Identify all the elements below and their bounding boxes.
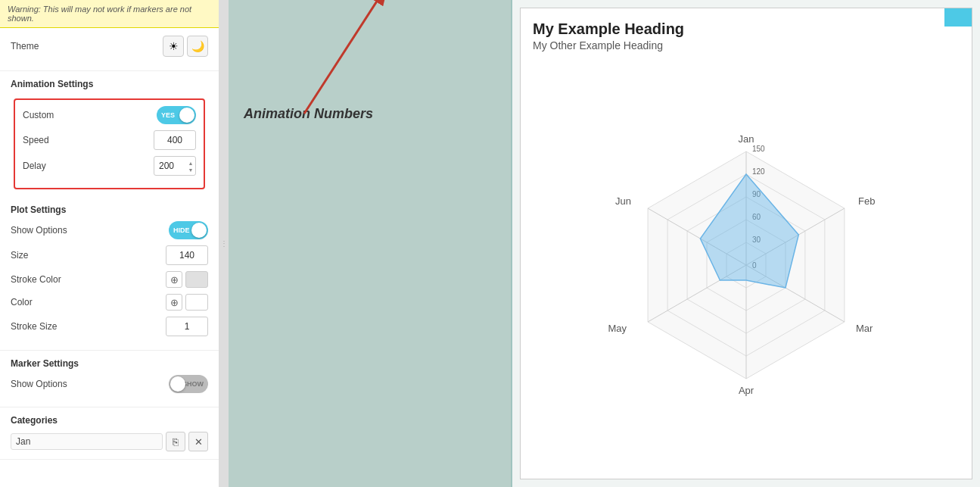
spinner-down[interactable]: ▼ [187,167,194,173]
stroke-color-label: Stroke Color [11,274,61,285]
svg-text:Jan: Jan [739,133,754,145]
marker-show-options-toggle[interactable]: SHOW [169,375,208,393]
speed-label: Speed [23,135,49,145]
stroke-color-box[interactable] [185,271,208,288]
custom-row: Custom YES [23,106,196,124]
sun-icon: ☀ [169,40,179,52]
delay-row: Delay ▲ ▼ [23,156,196,176]
radar-wrapper: 150 120 90 60 30 0 [533,64,960,467]
spinner-up[interactable]: ▲ [187,160,194,166]
custom-label: Custom [23,110,54,120]
delay-spinner-wrap: ▲ ▼ [154,156,196,176]
marker-toggle-label: SHOW [182,380,204,388]
stroke-size-input[interactable] [166,317,208,336]
color-label: Color [11,297,33,307]
category-jan-label: Jan [11,433,163,450]
category-copy-btn[interactable]: ⎘ [166,432,185,451]
custom-toggle[interactable]: YES [157,106,196,124]
custom-toggle-label: YES [161,111,175,119]
svg-line-1 [304,0,387,114]
category-jan-row: Jan ⎘ ✕ [11,432,208,451]
show-options-toggle-label: HIDE [173,226,190,234]
color-swatch: ⊕ [166,294,208,311]
left-panel: Warning: This will may not work if marke… [0,0,219,487]
warning-bar: Warning: This will may not work if marke… [0,0,219,28]
show-options-toggle[interactable]: HIDE [169,221,208,239]
globe-icon-stroke[interactable]: ⊕ [166,271,182,288]
radar-chart: 150 120 90 60 30 0 [565,106,928,424]
spinner-arrows: ▲ ▼ [187,160,194,173]
show-options-row: Show Options HIDE [11,221,208,239]
theme-light-btn[interactable]: ☀ [163,36,184,57]
right-panel: My Example Heading My Other Example Head… [511,0,980,487]
annotation-text: Animation Numbers [244,106,373,122]
svg-text:120: 120 [752,167,765,176]
size-input[interactable] [166,245,208,265]
moon-icon: 🌙 [191,40,204,52]
globe-icon-color[interactable]: ⊕ [166,294,182,311]
categories-title: Categories [11,415,208,426]
svg-text:150: 150 [752,145,765,153]
svg-text:May: May [608,323,627,334]
middle-area: Animation Numbers [229,0,511,487]
stroke-color-swatch: ⊕ [166,271,208,288]
plot-settings-title: Plot Settings [11,204,208,215]
marker-settings-title: Marker Settings [11,358,208,369]
animation-settings-title: Animation Settings [6,74,213,92]
chart-container: My Example Heading My Other Example Head… [520,8,972,479]
svg-text:Apr: Apr [739,385,754,396]
stroke-color-row: Stroke Color ⊕ [11,271,208,288]
svg-text:Jun: Jun [615,195,631,207]
stroke-size-row: Stroke Size [11,317,208,336]
chart-title-sub: My Other Example Heading [533,39,960,52]
chart-title-main: My Example Heading [533,20,960,38]
speed-input[interactable] [154,130,196,150]
animation-settings-box: Custom YES Speed Delay ▲ [14,98,205,189]
speed-row: Speed [23,130,196,150]
annotation-arrow [282,0,403,121]
stroke-size-label: Stroke Size [11,321,57,332]
marker-show-options-label: Show Options [11,379,67,389]
warning-text: Warning: This will may not work if marke… [8,5,191,23]
svg-text:Feb: Feb [858,195,875,207]
resize-handle[interactable]: ⋮ [219,0,229,487]
svg-text:Mar: Mar [856,323,873,334]
category-delete-btn[interactable]: ✕ [188,432,208,451]
categories-section: Categories Jan ⎘ ✕ [0,407,219,460]
show-options-knob [191,223,207,238]
show-options-label: Show Options [11,225,67,236]
theme-dark-btn[interactable]: 🌙 [187,36,208,57]
size-row: Size [11,245,208,265]
marker-toggle-knob [170,376,185,392]
top-right-button[interactable] [944,8,972,27]
marker-settings-section: Marker Settings Show Options SHOW [0,351,219,407]
custom-toggle-knob [179,108,194,123]
annotation-container: Animation Numbers [244,106,373,122]
theme-icons: ☀ 🌙 [163,36,208,57]
color-box[interactable] [185,294,208,311]
theme-section: Theme ☀ 🌙 [0,28,219,71]
marker-show-options-row: Show Options SHOW [11,375,208,393]
color-row: Color ⊕ [11,294,208,311]
plot-settings-section: Plot Settings Show Options HIDE Size Str… [0,197,219,351]
size-label: Size [11,250,28,261]
delay-label: Delay [23,161,46,171]
theme-label: Theme [11,41,39,52]
